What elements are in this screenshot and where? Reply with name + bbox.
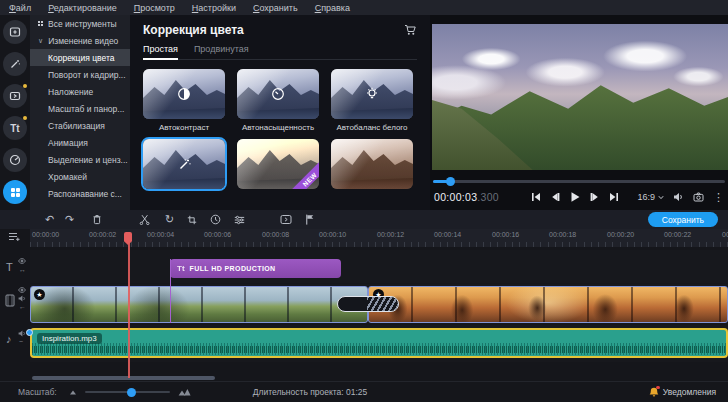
tool-item-scene-detection[interactable]: Распознавание с... (30, 185, 130, 202)
horizontal-scrollbar[interactable] (32, 376, 215, 380)
audio-fade-handle[interactable] (26, 329, 33, 336)
import-media-button[interactable] (3, 20, 27, 44)
tool-item-rotate-crop[interactable]: Поворот и кадрир... (30, 66, 130, 83)
title-clip[interactable]: Tt FULL HD PRODUCTION (170, 259, 341, 278)
contrast-icon (143, 69, 225, 119)
notifications-button[interactable]: Уведомления (649, 387, 716, 398)
marker-flag-button[interactable] (302, 212, 317, 227)
menu-bar: Файл Редактирование Просмотр Настройки С… (0, 0, 728, 15)
audio-mute-speaker-icon[interactable] (18, 330, 26, 337)
filters-button[interactable] (3, 52, 27, 76)
all-tools-item[interactable]: Все инструменты (30, 15, 130, 32)
tool-item-pan-zoom[interactable]: Масштаб и панор... (30, 100, 130, 117)
audio-waveform (32, 346, 726, 353)
menu-save[interactable]: Сохранить (253, 3, 298, 13)
transitions-icon (9, 90, 21, 102)
rotate-button[interactable]: ↻ (162, 212, 177, 227)
timeline-ruler[interactable]: 00:00:00 00:00:02 00:00:04 00:00:06 00:0… (30, 229, 728, 247)
video-visibility-eye-icon[interactable] (18, 287, 26, 293)
bell-icon (649, 387, 659, 398)
preset-warm-new[interactable]: NEW (237, 139, 319, 189)
titles-button[interactable]: Tt (3, 116, 27, 140)
stickers-button[interactable] (3, 148, 27, 172)
menu-file[interactable]: Файл (9, 3, 31, 13)
aspect-ratio-select[interactable]: 16:9 (637, 192, 664, 202)
transitions-button[interactable] (3, 84, 27, 108)
import-icon (9, 26, 21, 38)
magic-wand-icon (143, 139, 225, 189)
track-headers: T ↔ ← ♪ ~ (0, 229, 30, 379)
video-mute-speaker-icon[interactable] (18, 295, 26, 302)
tool-item-color-correction[interactable]: Коррекция цвета (30, 49, 130, 66)
video-preview[interactable] (432, 24, 728, 170)
menu-edit[interactable]: Редактирование (48, 3, 117, 13)
group-video-edit[interactable]: ∨ Изменение видео (30, 32, 130, 49)
grid-dots-icon (38, 21, 43, 26)
tab-simple[interactable]: Простая (143, 44, 178, 54)
video-track: ★ ★ (30, 286, 728, 323)
notification-dot (23, 84, 27, 88)
cart-icon[interactable] (404, 24, 417, 36)
previous-clip-button[interactable] (531, 192, 541, 202)
tool-item-animation[interactable]: Анимация (30, 134, 130, 151)
split-scissors-button[interactable] (137, 212, 152, 227)
color-correction-panel: Коррекция цвета Простая Продвинутая Авто… (130, 15, 430, 210)
menu-view[interactable]: Просмотр (134, 3, 175, 13)
transition-wizard-button[interactable] (278, 212, 293, 227)
tab-advanced[interactable]: Продвинутая (194, 44, 249, 54)
undo-button[interactable]: ↶ (42, 212, 57, 227)
more-options-button[interactable]: ⋮ (713, 191, 724, 204)
preset-autosaturation[interactable]: Автонасыщенность (237, 69, 319, 139)
clip-speed-button[interactable] (208, 212, 223, 227)
crop-button[interactable] (184, 212, 199, 227)
audio-wave-icon[interactable]: ~ (19, 338, 23, 345)
video-arrow-icon[interactable]: ← (19, 303, 26, 310)
gauge-icon (237, 69, 319, 119)
transition-clip[interactable] (337, 296, 399, 312)
add-track-button[interactable] (8, 232, 21, 242)
volume-button[interactable] (673, 192, 684, 202)
playhead-line (128, 241, 130, 378)
preset-cool[interactable] (331, 139, 413, 189)
preset-autocontrast[interactable]: Автоконтраст (143, 69, 225, 139)
title-track-icon: T (6, 261, 13, 273)
titles-icon: Tt (10, 123, 19, 134)
seek-handle[interactable] (446, 177, 455, 186)
next-clip-button[interactable] (609, 192, 619, 202)
preset-white-balance[interactable]: Автобаланс белого (331, 69, 413, 139)
magic-wand-icon (9, 58, 21, 70)
delete-button[interactable] (89, 212, 104, 227)
save-export-button[interactable]: Сохранить (648, 212, 718, 227)
audio-clip[interactable]: Inspiration.mp3 (30, 328, 728, 358)
tool-item-chromakey[interactable]: Хромакей (30, 168, 130, 185)
zoom-out-icon[interactable] (69, 389, 77, 395)
title-link-icon[interactable]: ↔ (19, 266, 26, 273)
more-tools-button[interactable] (3, 180, 27, 204)
menu-settings[interactable]: Настройки (192, 3, 236, 13)
video-clip-1[interactable]: ★ (30, 286, 368, 323)
zoom-slider[interactable] (85, 391, 170, 393)
menu-help[interactable]: Справка (315, 3, 350, 13)
zoom-in-icon[interactable] (178, 388, 191, 396)
title-visibility-eye-icon[interactable] (18, 258, 26, 264)
snapshot-camera-button[interactable] (693, 192, 704, 202)
bulb-icon (331, 69, 413, 119)
preset-magic-enhance[interactable] (143, 139, 225, 189)
star-badge: ★ (34, 289, 45, 300)
adjust-sliders-button[interactable] (232, 212, 247, 227)
tool-item-stabilization[interactable]: Стабилизация (30, 117, 130, 134)
preview-panel: 00:00:03.300 16:9 ⋮ (430, 15, 728, 210)
video-clip-2[interactable]: ★ (368, 286, 728, 323)
next-frame-button[interactable] (590, 192, 600, 202)
notification-dot (23, 116, 27, 120)
tool-item-overlay[interactable]: Наложение (30, 83, 130, 100)
redo-button[interactable]: ↷ (62, 212, 77, 227)
title-clip-guide-line (170, 259, 171, 323)
panel-title: Коррекция цвета (143, 23, 244, 37)
tool-item-highlight-censor[interactable]: Выделение и ценз... (30, 151, 130, 168)
zoom-slider-handle[interactable] (127, 388, 136, 397)
play-button[interactable] (569, 191, 581, 203)
previous-frame-button[interactable] (550, 192, 560, 202)
panel-tabs: Простая Продвинутая (143, 44, 417, 60)
seek-bar[interactable] (433, 180, 725, 183)
